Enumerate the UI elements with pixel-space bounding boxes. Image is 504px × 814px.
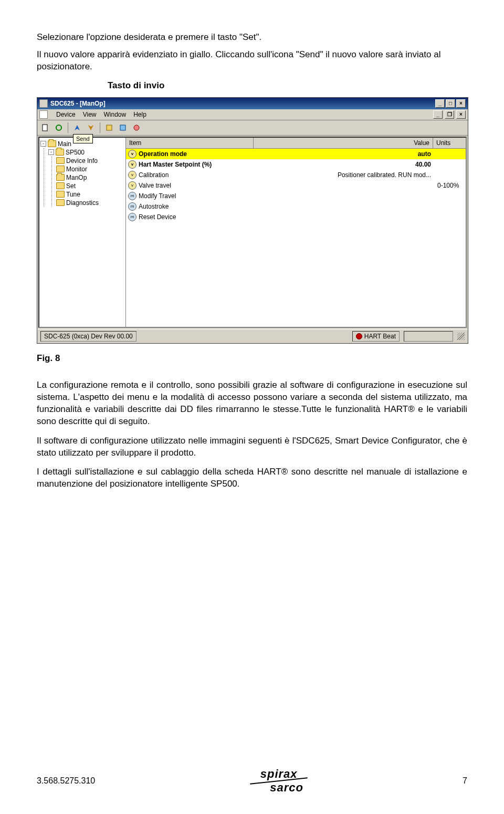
svg-rect-0 <box>43 125 47 131</box>
close-button[interactable]: × <box>456 99 466 108</box>
brand-logo: spirax sarco <box>250 769 308 793</box>
workspace: - Main - SP500 Device Info Monitor ManOp… <box>38 137 467 328</box>
col-header-value[interactable]: Value <box>254 138 433 148</box>
col-header-item[interactable]: Item <box>126 138 254 148</box>
tree-item-tune[interactable]: Tune <box>56 190 124 199</box>
menu-view[interactable]: View <box>83 111 97 118</box>
folder-icon <box>56 182 65 189</box>
toolbar-separator <box>68 122 68 133</box>
row-units <box>435 205 466 208</box>
svg-rect-2 <box>107 125 112 130</box>
minimize-button[interactable]: _ <box>435 99 445 108</box>
tree-item-device-info[interactable]: Device Info <box>56 157 124 165</box>
body-p3: Il software di configurazione utilizzato… <box>37 435 467 459</box>
body-p1b: L'aspetto dei menu e la modalità di acce… <box>37 392 467 426</box>
list-row[interactable]: vOperation modeauto <box>126 149 466 159</box>
window-title: SDC625 - [ManOp] <box>50 100 106 107</box>
statusbar: SDC-625 (0xca) Dev Rev 00.00 HART Beat <box>37 329 468 343</box>
child-restore-button[interactable]: ❐ <box>445 110 454 119</box>
figure-label: Fig. 8 <box>37 353 467 364</box>
list-row[interactable]: mModify Travel <box>126 191 466 201</box>
list-row[interactable]: vHart Master Setpoint (%)40.00 <box>126 159 466 170</box>
collapse-icon[interactable]: - <box>48 149 54 155</box>
tool-button-1[interactable] <box>103 122 115 133</box>
folder-icon <box>56 174 65 181</box>
tree-root-label: Main <box>58 140 71 148</box>
tree-label: Set <box>66 182 76 190</box>
list-panel: Item Value Units vOperation modeautovHar… <box>126 138 466 327</box>
send-tooltip: Send <box>73 134 93 143</box>
callout-label: Tasto di invio <box>108 80 467 91</box>
folder-icon <box>56 191 65 198</box>
intro-line-2: Il nuovo valore apparirà evidenziato in … <box>37 49 467 73</box>
list-row[interactable]: vCalibrationPositioner calibrated. RUN m… <box>126 170 466 180</box>
status-right-text: HART Beat <box>364 333 396 340</box>
list-row[interactable]: mAutostroke <box>126 201 466 212</box>
tool-button-2[interactable] <box>117 122 129 133</box>
col-header-units[interactable]: Units <box>433 138 466 148</box>
row-value: 40.00 <box>247 160 435 169</box>
row-value <box>247 195 435 197</box>
tree-item-monitor[interactable]: Monitor <box>56 165 124 173</box>
svg-point-1 <box>56 125 61 130</box>
status-hart-beat: HART Beat <box>352 331 400 342</box>
variable-icon: v <box>128 171 136 179</box>
tree-label: Diagnostics <box>66 199 99 207</box>
method-icon: m <box>128 192 136 200</box>
body-p4: I dettagli sull'istallazione e sul cabla… <box>37 466 467 490</box>
row-value <box>247 184 435 187</box>
toolbar: Send <box>37 120 468 136</box>
list-row[interactable]: vValve travel0-100% <box>126 180 466 191</box>
svg-rect-3 <box>120 125 125 130</box>
row-label: Reset Device <box>139 212 247 222</box>
intro-line-1: Selezionare l'opzione desiderata e preme… <box>37 32 467 44</box>
variable-icon: v <box>128 160 136 169</box>
maximize-button[interactable]: □ <box>446 99 455 108</box>
resize-grip-icon[interactable] <box>457 333 465 340</box>
row-label: Modify Travel <box>139 191 247 201</box>
new-doc-button[interactable] <box>39 122 51 133</box>
row-units: 0-100% <box>435 181 466 190</box>
footer-page-number: 7 <box>463 776 467 786</box>
scan-button[interactable] <box>53 122 65 133</box>
folder-icon <box>56 149 64 156</box>
tree-item-manop[interactable]: ManOp <box>56 173 124 182</box>
child-minimize-button[interactable]: _ <box>433 110 443 119</box>
row-units <box>435 153 466 155</box>
child-close-button[interactable]: × <box>456 110 466 119</box>
app-icon <box>39 99 48 108</box>
row-units <box>435 195 466 197</box>
row-label: Autostroke <box>139 202 247 211</box>
variable-icon: v <box>128 150 136 158</box>
menu-window[interactable]: Window <box>103 111 126 118</box>
brand-top: spirax <box>260 769 298 779</box>
menu-device[interactable]: Device <box>56 111 76 118</box>
tree-sp500-label: SP500 <box>66 149 85 156</box>
titlebar: SDC625 - [ManOp] _ □ × <box>37 98 468 109</box>
row-units <box>435 174 466 176</box>
app-window: SDC625 - [ManOp] _ □ × Device View Windo… <box>37 97 468 344</box>
list-body: vOperation modeautovHart Master Setpoint… <box>126 149 466 327</box>
tree-sp500[interactable]: - SP500 <box>48 148 124 157</box>
tree-item-set[interactable]: Set <box>56 182 124 190</box>
list-row[interactable]: mReset Device <box>126 212 466 222</box>
menu-help[interactable]: Help <box>133 111 146 118</box>
folder-icon <box>56 166 65 172</box>
tree-label: ManOp <box>66 174 87 181</box>
toolbar-separator-2 <box>100 122 100 133</box>
row-value <box>247 205 435 208</box>
send-button[interactable] <box>71 122 83 133</box>
row-label: Hart Master Setpoint (%) <box>139 160 247 169</box>
menubar: Device View Window Help _ ❐ × <box>37 109 468 120</box>
footer: 3.568.5275.310 spirax sarco 7 <box>37 769 467 793</box>
row-label: Valve travel <box>139 181 247 190</box>
tree-panel: - Main - SP500 Device Info Monitor ManOp… <box>39 138 126 327</box>
status-empty <box>404 331 453 342</box>
tool-button-3[interactable] <box>131 122 142 133</box>
collapse-icon[interactable]: - <box>40 141 46 147</box>
folder-icon <box>56 199 65 206</box>
tree-item-diagnostics[interactable]: Diagnostics <box>56 199 124 207</box>
status-left: SDC-625 (0xca) Dev Rev 00.00 <box>40 331 136 342</box>
footer-doc-number: 3.568.5275.310 <box>37 776 95 786</box>
receive-button[interactable] <box>85 122 97 133</box>
